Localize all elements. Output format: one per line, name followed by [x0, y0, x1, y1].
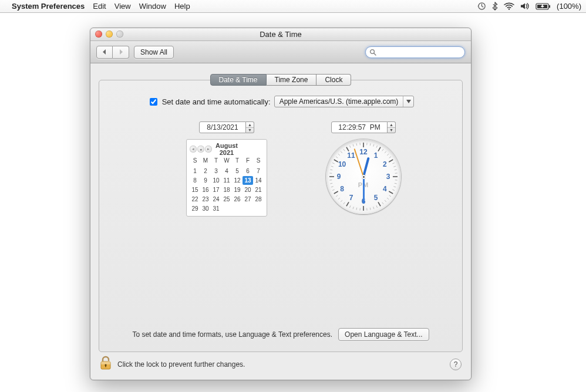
menu-help[interactable]: Help	[174, 2, 190, 11]
stepper-down-icon[interactable]: ▼	[388, 128, 395, 133]
calendar-day[interactable]: 16	[200, 185, 211, 194]
calendar-day[interactable]: 21	[253, 185, 264, 194]
open-language-text-button[interactable]: Open Language & Text...	[338, 328, 429, 341]
format-row: To set date and time formats, use Langua…	[110, 322, 452, 343]
calendar-day[interactable]: 26	[232, 195, 243, 204]
calendar-day[interactable]: 12	[232, 176, 243, 185]
calendar-day[interactable]: 8	[190, 176, 200, 185]
calendar-dow: F	[243, 157, 253, 166]
time-stepper[interactable]: ▲ ▼	[388, 121, 396, 133]
calendar-day[interactable]: 11	[221, 176, 232, 185]
calendar-day[interactable]: 18	[221, 185, 232, 194]
tab-time-zone[interactable]: Time Zone	[267, 74, 317, 86]
menu-window[interactable]: Window	[139, 2, 166, 11]
svg-text:2: 2	[383, 160, 387, 168]
calendar-day[interactable]: 13	[243, 176, 253, 185]
search-field[interactable]	[365, 46, 465, 58]
calendar-day[interactable]: 31	[211, 204, 221, 213]
calendar-dow: S	[190, 157, 200, 166]
svg-rect-80	[101, 361, 110, 364]
help-button[interactable]: ?	[450, 359, 462, 370]
calendar-day[interactable]: 15	[190, 185, 200, 194]
time-machine-icon[interactable]	[477, 2, 486, 11]
tab-date-time[interactable]: Date & Time	[210, 74, 267, 86]
calendar-day[interactable]: 27	[243, 195, 253, 204]
calendar-day[interactable]: 30	[200, 204, 211, 213]
calendar-day[interactable]: 29	[190, 204, 200, 213]
calendar-day[interactable]: 6	[243, 167, 253, 175]
battery-icon[interactable]	[536, 3, 551, 10]
calendar-day[interactable]: 20	[243, 185, 253, 194]
format-hint: To set date and time formats, use Langua…	[132, 330, 332, 339]
time-input[interactable]	[331, 121, 388, 133]
calendar-today-button[interactable]: ●	[197, 146, 204, 153]
calendar-day[interactable]: 7	[253, 167, 264, 175]
svg-line-42	[346, 202, 349, 206]
stepper-up-icon[interactable]: ▲	[246, 122, 254, 128]
calendar-day[interactable]: 19	[232, 185, 243, 194]
svg-line-48	[332, 190, 335, 191]
svg-line-27	[389, 191, 393, 194]
svg-line-46	[336, 195, 338, 197]
svg-line-16	[389, 157, 391, 158]
calendar-next-button[interactable]: ▸	[205, 146, 212, 153]
svg-line-26	[392, 190, 395, 191]
content-area: Date & Time Time Zone Clock Set date and…	[90, 63, 471, 380]
menu-edit[interactable]: Edit	[93, 2, 106, 11]
bluetooth-icon[interactable]	[492, 2, 498, 11]
menu-view[interactable]: View	[114, 2, 131, 11]
calendar-title: August 2021	[212, 142, 241, 156]
calendar[interactable]: ◂ ● ▸ August 2021 SMTWTFS123456789101112…	[186, 139, 267, 217]
svg-line-57	[334, 160, 338, 162]
show-all-button[interactable]: Show All	[134, 46, 174, 59]
calendar-day[interactable]: 10	[211, 176, 221, 185]
svg-line-55	[331, 166, 334, 167]
svg-text:5: 5	[374, 194, 378, 202]
calendar-day[interactable]: 5	[232, 167, 243, 175]
stepper-up-icon[interactable]: ▲	[388, 122, 395, 128]
time-server-select[interactable]: Apple Americas/U.S. (time.apple.com)	[274, 96, 415, 107]
close-button[interactable]	[95, 31, 102, 38]
calendar-day[interactable]: 3	[211, 167, 221, 175]
auto-time-row: Set date and time automatically: Apple A…	[110, 96, 452, 107]
menu-bar: System Preferences Edit View Window Help…	[0, 0, 586, 13]
lock-icon[interactable]	[100, 356, 113, 373]
svg-rect-4	[549, 5, 550, 8]
date-stepper[interactable]: ▲ ▼	[246, 121, 254, 133]
calendar-nav: ◂ ● ▸	[190, 146, 212, 153]
calendar-day[interactable]: 4	[221, 167, 232, 175]
date-input[interactable]	[199, 121, 246, 133]
calendar-prev-button[interactable]: ◂	[190, 146, 197, 153]
calendar-day[interactable]: 14	[253, 176, 264, 185]
settings-panel: Set date and time automatically: Apple A…	[99, 80, 463, 352]
minimize-button[interactable]	[106, 31, 113, 38]
svg-line-61	[343, 149, 345, 151]
svg-text:12: 12	[359, 148, 368, 156]
svg-line-64	[353, 144, 353, 147]
search-input[interactable]	[379, 48, 469, 57]
back-button[interactable]	[96, 46, 113, 59]
zoom-button[interactable]	[116, 31, 123, 38]
auto-time-checkbox-label[interactable]: Set date and time automatically:	[147, 96, 271, 107]
volume-icon[interactable]	[520, 2, 530, 10]
svg-text:10: 10	[338, 160, 346, 168]
calendar-day[interactable]: 22	[190, 195, 200, 204]
wifi-icon[interactable]	[504, 2, 514, 10]
calendar-day[interactable]: 24	[211, 195, 221, 204]
date-stepper-field: ▲ ▼	[199, 121, 254, 133]
svg-line-11	[376, 146, 378, 148]
calendar-day[interactable]: 2	[200, 167, 211, 175]
tab-clock[interactable]: Clock	[316, 74, 351, 86]
stepper-down-icon[interactable]: ▼	[246, 128, 254, 133]
calendar-day[interactable]: 28	[253, 195, 264, 204]
calendar-day[interactable]: 1	[190, 167, 200, 175]
auto-time-checkbox[interactable]	[150, 98, 157, 106]
app-menu[interactable]: System Preferences	[12, 2, 85, 11]
forward-button[interactable]	[113, 46, 129, 59]
calendar-day[interactable]: 17	[211, 185, 221, 194]
svg-point-1	[508, 8, 510, 9]
calendar-day[interactable]: 23	[200, 195, 211, 204]
calendar-day[interactable]: 25	[221, 195, 232, 204]
title-bar[interactable]: Date & Time	[90, 28, 471, 41]
calendar-day[interactable]: 9	[200, 176, 211, 185]
